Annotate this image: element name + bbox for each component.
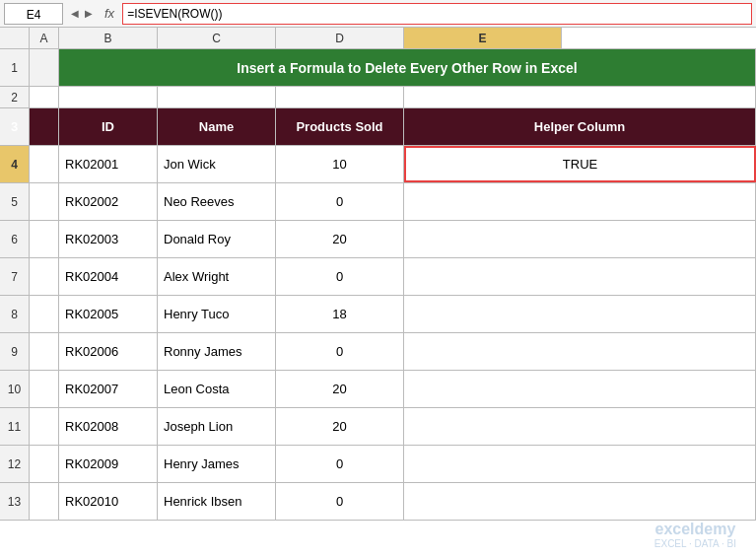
nav-arrow-left[interactable]: ◀ [69, 8, 81, 19]
table-row: 6RK02003Donald Roy20 [0, 221, 756, 258]
cell-id-9[interactable]: RK02006 [59, 333, 158, 370]
cell-e2[interactable] [404, 87, 756, 107]
col-header-c[interactable]: C [158, 28, 276, 48]
row-num-7: 7 [0, 258, 30, 295]
cell-helper-8[interactable] [404, 296, 756, 332]
table-row: 10RK02007Leon Costa20 [0, 371, 756, 408]
cell-id-12[interactable]: RK02009 [59, 446, 158, 482]
cell-name-13[interactable]: Henrick Ibsen [158, 483, 276, 520]
cell-sold-9[interactable]: 0 [276, 333, 404, 370]
cell-helper-6[interactable] [404, 221, 756, 257]
formula-bar: E4 ◀ ▶ fx [0, 0, 756, 28]
cell-d2[interactable] [276, 87, 404, 107]
table-row: 13RK02010Henrick Ibsen0 [0, 483, 756, 521]
cell-id-4[interactable]: RK02001 [59, 146, 158, 182]
cell-a1[interactable] [30, 49, 59, 86]
col-header-b[interactable]: B [59, 28, 158, 48]
cell-sold-11[interactable]: 20 [276, 408, 404, 445]
title-cell: Insert a Formula to Delete Every Other R… [59, 49, 756, 86]
cell-d3-header[interactable]: Products Sold [276, 108, 404, 145]
cell-helper-7[interactable] [404, 258, 756, 295]
row-num-12: 12 [0, 446, 30, 482]
cell-helper-5[interactable] [404, 183, 756, 220]
watermark-logo: exceldemy [654, 521, 736, 538]
cell-helper-11[interactable] [404, 408, 756, 445]
cell-name-4[interactable]: Jon Wick [158, 146, 276, 182]
cell-helper-12[interactable] [404, 446, 756, 482]
cell-a5[interactable] [30, 183, 59, 220]
column-headers: A B C D E [0, 28, 756, 49]
formula-input[interactable] [122, 3, 752, 25]
cell-id-10[interactable]: RK02007 [59, 371, 158, 407]
row-num-9: 9 [0, 333, 30, 370]
col-header-a[interactable]: A [30, 28, 59, 48]
cell-id-11[interactable]: RK02008 [59, 408, 158, 445]
cell-helper-13[interactable] [404, 483, 756, 520]
cell-a9[interactable] [30, 333, 59, 370]
table-row: 8RK02005Henry Tuco18 [0, 296, 756, 333]
cell-name-6[interactable]: Donald Roy [158, 221, 276, 257]
cell-a6[interactable] [30, 221, 59, 257]
cell-sold-12[interactable]: 0 [276, 446, 404, 482]
cell-id-5[interactable]: RK02002 [59, 183, 158, 220]
watermark: exceldemy EXCEL · DATA · BI [654, 521, 736, 549]
spreadsheet: A B C D E 1 Insert a Formula to Delete E… [0, 28, 756, 521]
cell-b3-header[interactable]: ID [59, 108, 158, 145]
cell-a8[interactable] [30, 296, 59, 332]
cell-a13[interactable] [30, 483, 59, 520]
cell-id-7[interactable]: RK02004 [59, 258, 158, 295]
table-row: 12RK02009Henry James0 [0, 446, 756, 483]
cell-id-8[interactable]: RK02005 [59, 296, 158, 332]
cell-sold-7[interactable]: 0 [276, 258, 404, 295]
cell-a12[interactable] [30, 446, 59, 482]
cell-c2[interactable] [158, 87, 276, 107]
watermark-tagline: EXCEL · DATA · BI [654, 538, 736, 549]
empty-row-2: 2 [0, 87, 756, 108]
cell-e3-header[interactable]: Helper Column [404, 108, 756, 145]
row-num-3: 3 [0, 108, 30, 145]
nav-arrows: ◀ ▶ [69, 8, 95, 19]
table-row: 5RK02002Neo Reeves0 [0, 183, 756, 221]
cell-sold-13[interactable]: 0 [276, 483, 404, 520]
row-num-2: 2 [0, 87, 30, 107]
row-num-6: 6 [0, 221, 30, 257]
cell-sold-5[interactable]: 0 [276, 183, 404, 220]
row-num-10: 10 [0, 371, 30, 407]
cell-a4[interactable] [30, 146, 59, 182]
cell-helper-9[interactable] [404, 333, 756, 370]
table-row: 11RK02008Joseph Lion20 [0, 408, 756, 446]
nav-arrow-right[interactable]: ▶ [83, 8, 95, 19]
cell-a2[interactable] [30, 87, 59, 107]
cell-a7[interactable] [30, 258, 59, 295]
cell-helper-4[interactable]: TRUE [404, 146, 756, 182]
cell-id-13[interactable]: RK02010 [59, 483, 158, 520]
row-num-13: 13 [0, 483, 30, 520]
cell-id-6[interactable]: RK02003 [59, 221, 158, 257]
title-row: 1 Insert a Formula to Delete Every Other… [0, 49, 756, 87]
cell-a11[interactable] [30, 408, 59, 445]
row-num-5: 5 [0, 183, 30, 220]
cell-name-7[interactable]: Alex Wright [158, 258, 276, 295]
table-row: 4RK02001Jon Wick10TRUE [0, 146, 756, 183]
cell-sold-10[interactable]: 20 [276, 371, 404, 407]
cell-name-5[interactable]: Neo Reeves [158, 183, 276, 220]
cell-sold-4[interactable]: 10 [276, 146, 404, 182]
col-header-d[interactable]: D [276, 28, 404, 48]
col-header-e[interactable]: E [404, 28, 562, 48]
row-num-4: 4 [0, 146, 30, 182]
cell-sold-6[interactable]: 20 [276, 221, 404, 257]
cell-name-8[interactable]: Henry Tuco [158, 296, 276, 332]
cell-a10[interactable] [30, 371, 59, 407]
cell-reference-box[interactable]: E4 [4, 3, 63, 25]
row-num-8: 8 [0, 296, 30, 332]
cell-name-11[interactable]: Joseph Lion [158, 408, 276, 445]
cell-helper-10[interactable] [404, 371, 756, 407]
table-header-row: 3 ID Name Products Sold Helper Column [0, 108, 756, 146]
cell-name-12[interactable]: Henry James [158, 446, 276, 482]
cell-sold-8[interactable]: 18 [276, 296, 404, 332]
cell-c3-header[interactable]: Name [158, 108, 276, 145]
cell-name-9[interactable]: Ronny James [158, 333, 276, 370]
cell-b2[interactable] [59, 87, 158, 107]
cell-name-10[interactable]: Leon Costa [158, 371, 276, 407]
cell-a3[interactable] [30, 108, 59, 145]
